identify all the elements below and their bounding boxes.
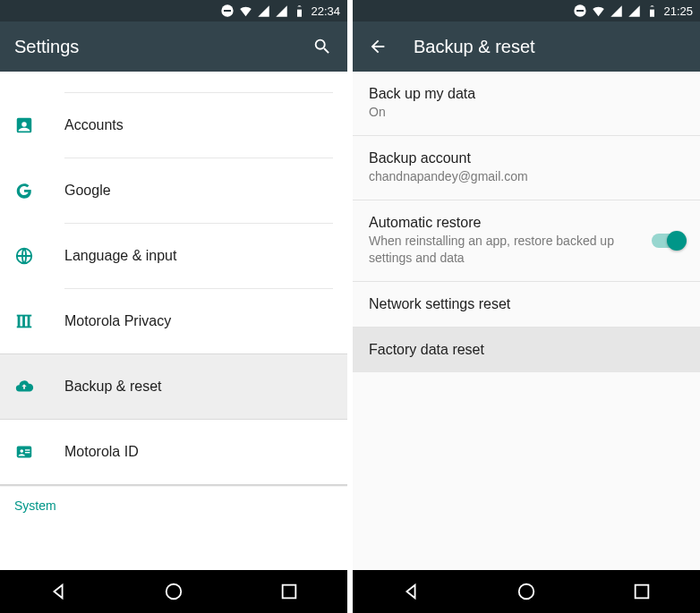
google-icon — [14, 181, 64, 200]
svg-rect-8 — [25, 449, 30, 450]
settings-item-motorola-id[interactable]: Motorola ID — [0, 420, 347, 484]
settings-item-label: Motorola Privacy — [64, 313, 171, 329]
status-time: 22:34 — [311, 4, 340, 18]
svg-rect-4 — [17, 315, 32, 317]
page-title: Backup & reset — [414, 37, 686, 57]
settings-item-label: Backup & reset — [64, 379, 162, 395]
item-primary: Back up my data — [369, 86, 675, 102]
do-not-disturb-icon — [573, 4, 587, 18]
item-automatic-restore[interactable]: Automatic restore When reinstalling an a… — [353, 200, 700, 282]
svg-rect-2 — [297, 6, 302, 9]
square-recent-icon — [279, 582, 299, 601]
globe-icon — [14, 246, 64, 266]
signal-icon-2 — [275, 4, 288, 18]
item-secondary: On — [369, 104, 675, 121]
signal-icon — [610, 4, 623, 18]
backup-reset-list: Back up my data On Backup account chandn… — [353, 72, 700, 570]
item-factory-data-reset[interactable]: Factory data reset — [353, 328, 700, 372]
settings-item-motorola-privacy[interactable]: Motorola Privacy — [0, 289, 347, 353]
search-button[interactable] — [312, 36, 333, 57]
svg-rect-14 — [650, 6, 654, 9]
wifi-icon — [239, 4, 252, 18]
nav-home-button[interactable] — [499, 582, 553, 601]
settings-list: Accounts Google Language & input Motorol… — [0, 72, 347, 570]
status-time: 21:25 — [663, 4, 693, 18]
svg-rect-13 — [576, 10, 584, 12]
nav-home-button[interactable] — [147, 582, 201, 601]
status-bar: 21:25 — [353, 0, 700, 21]
wifi-icon — [592, 4, 605, 18]
svg-point-7 — [20, 449, 23, 453]
item-backup-my-data[interactable]: Back up my data On — [353, 72, 700, 136]
navigation-bar — [0, 570, 347, 613]
nav-back-button[interactable] — [384, 582, 438, 601]
backup-reset-screen: 21:25 Backup & reset Back up my data On … — [353, 0, 700, 613]
battery-icon — [645, 4, 659, 18]
settings-item-accounts[interactable]: Accounts — [0, 93, 347, 158]
circle-home-icon — [516, 582, 536, 601]
battery-icon — [293, 4, 306, 18]
navigation-bar — [353, 570, 700, 613]
svg-rect-1 — [224, 10, 231, 12]
svg-point-15 — [519, 584, 534, 600]
item-primary: Network settings reset — [369, 296, 675, 312]
settings-item-label: Accounts — [64, 117, 124, 133]
item-backup-account[interactable]: Backup account chandnapandey@gmail.com — [353, 136, 700, 200]
arrow-back-icon — [368, 37, 388, 56]
settings-screen: 22:34 Settings Accounts Google Language … — [0, 0, 347, 613]
page-title: Settings — [14, 37, 286, 57]
nav-back-button[interactable] — [31, 582, 85, 601]
nav-recent-button[interactable] — [615, 582, 669, 601]
automatic-restore-toggle[interactable] — [652, 234, 684, 248]
item-primary: Factory data reset — [369, 342, 675, 358]
circle-home-icon — [164, 582, 184, 601]
settings-item-label: Google — [64, 183, 111, 199]
back-button[interactable] — [367, 36, 388, 57]
svg-point-10 — [166, 584, 182, 600]
settings-item-backup-reset[interactable]: Backup & reset — [0, 354, 347, 419]
svg-rect-16 — [636, 585, 649, 599]
settings-item-language[interactable]: Language & input — [0, 224, 347, 288]
item-primary: Backup account — [369, 150, 675, 166]
svg-rect-11 — [283, 585, 296, 599]
settings-item-label: Motorola ID — [64, 444, 139, 460]
signal-icon — [257, 4, 270, 18]
item-secondary: When reinstalling an app, restore backed… — [369, 233, 643, 267]
cloud-upload-icon — [14, 377, 64, 396]
privacy-icon — [14, 311, 64, 331]
search-icon — [312, 37, 332, 56]
account-box-icon — [14, 115, 64, 135]
status-bar: 22:34 — [0, 0, 347, 21]
nav-recent-button[interactable] — [262, 582, 316, 601]
square-recent-icon — [632, 582, 652, 601]
svg-rect-9 — [25, 452, 30, 453]
partial-row-cutoff — [64, 72, 333, 93]
svg-rect-5 — [17, 327, 32, 328]
triangle-back-icon — [48, 582, 68, 601]
id-card-icon — [14, 442, 64, 462]
triangle-back-icon — [401, 582, 421, 601]
item-network-settings-reset[interactable]: Network settings reset — [353, 282, 700, 328]
settings-item-label: Language & input — [64, 248, 176, 264]
settings-item-google[interactable]: Google — [0, 158, 347, 223]
signal-icon-2 — [627, 4, 641, 18]
section-header-system: System — [0, 486, 347, 520]
app-bar: Settings — [0, 21, 347, 72]
do-not-disturb-icon — [220, 4, 235, 18]
item-secondary: chandnapandey@gmail.com — [369, 168, 675, 185]
app-bar: Backup & reset — [353, 21, 700, 72]
item-primary: Automatic restore — [369, 215, 643, 231]
